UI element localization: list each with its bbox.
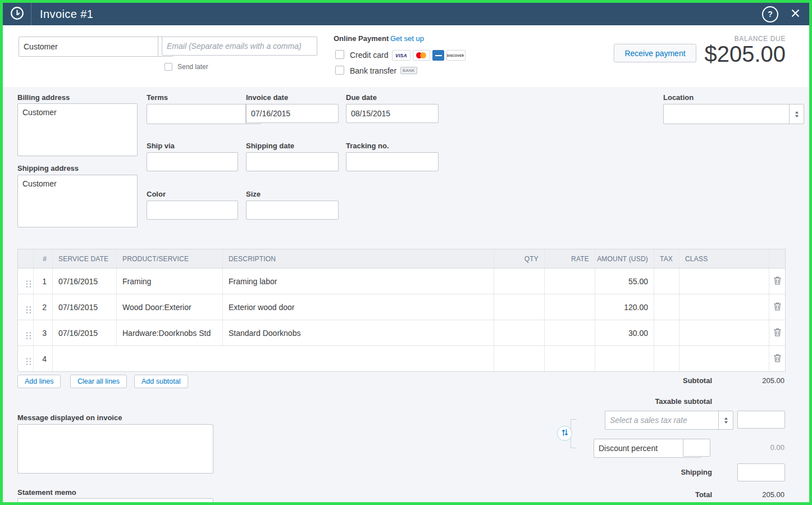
shipping-date-label: Shipping date	[246, 142, 294, 150]
drag-handle[interactable]	[18, 294, 34, 320]
product-cell[interactable]: Hardware:Doorknobs Std	[117, 320, 223, 345]
header-class: CLASS	[679, 249, 769, 268]
question-mark-icon: ?	[768, 10, 773, 19]
quickbooks-logo-icon	[10, 6, 25, 23]
tax-cell[interactable]	[654, 320, 679, 345]
invoice-date-input[interactable]	[246, 104, 339, 123]
drag-handle[interactable]	[18, 320, 34, 345]
qty-cell[interactable]	[494, 346, 545, 371]
balance-due-amount: $205.00	[617, 42, 786, 67]
description-cell[interactable]: Standard Doorknobs	[223, 320, 494, 345]
invoice-message-label: Message displayed on invoice	[17, 413, 122, 422]
sales-tax-placeholder: Select a sales tax rate	[610, 416, 687, 425]
delete-line-button[interactable]	[769, 346, 785, 371]
drag-dots-icon	[26, 332, 28, 334]
tax-cell[interactable]	[654, 346, 679, 371]
add-lines-button[interactable]: Add lines	[17, 375, 61, 388]
amount-cell[interactable]: 120.00	[595, 294, 654, 320]
service-date-cell[interactable]: 07/16/2015	[53, 294, 117, 320]
clear-all-lines-button[interactable]: Clear all lines	[70, 375, 127, 388]
class-cell[interactable]	[679, 320, 769, 345]
drag-dots-icon	[26, 306, 28, 308]
swap-tax-discount-button[interactable]	[557, 426, 572, 441]
sales-tax-amount-input[interactable]	[737, 411, 785, 429]
qty-cell[interactable]	[494, 269, 545, 294]
bank-transfer-checkbox[interactable]	[335, 66, 344, 75]
trash-icon	[774, 328, 781, 338]
qty-cell[interactable]	[494, 294, 545, 320]
customer-select[interactable]: Customer	[19, 37, 173, 57]
delete-line-button[interactable]	[769, 269, 785, 294]
rate-cell[interactable]	[545, 320, 595, 345]
size-input[interactable]	[246, 201, 339, 220]
invoice-message-textarea[interactable]	[17, 424, 213, 474]
product-cell[interactable]: Wood Door:Exterior	[117, 294, 223, 320]
online-payment-label: Online Payment	[334, 34, 389, 43]
shipping-amount-input[interactable]	[737, 463, 785, 481]
product-cell[interactable]	[117, 346, 223, 371]
location-select[interactable]	[663, 104, 804, 124]
description-cell[interactable]: Exterior wood door	[223, 294, 494, 320]
class-cell[interactable]	[679, 294, 769, 320]
select-arrows-icon	[789, 104, 804, 124]
terms-select[interactable]	[147, 104, 261, 124]
drag-handle[interactable]	[18, 346, 34, 371]
sales-tax-select[interactable]: Select a sales tax rate	[605, 411, 733, 430]
statement-memo-textarea[interactable]	[17, 498, 213, 505]
product-cell[interactable]: Framing	[117, 269, 223, 294]
email-input[interactable]	[162, 37, 317, 56]
amount-cell[interactable]: 55.00	[595, 269, 654, 294]
description-cell[interactable]: Framing labor	[223, 269, 494, 294]
card-badges: VISA DISCOVER	[392, 50, 466, 61]
amount-cell[interactable]	[595, 346, 654, 371]
subtotal-value: 205.00	[717, 376, 784, 385]
total-label: Total	[600, 490, 712, 499]
bank-transfer-label: Bank transfer	[350, 66, 396, 75]
shipping-address-textarea[interactable]: Customer	[17, 175, 138, 228]
billing-address-textarea[interactable]: Customer	[17, 103, 138, 156]
amount-cell[interactable]: 30.00	[595, 320, 654, 345]
tracking-no-input[interactable]	[346, 152, 439, 171]
location-label: Location	[663, 93, 694, 102]
qty-cell[interactable]	[494, 320, 545, 345]
due-date-input[interactable]	[346, 104, 439, 123]
header-service-date: SERVICE DATE	[53, 249, 117, 268]
drag-handle[interactable]	[18, 269, 34, 294]
size-label: Size	[246, 190, 261, 198]
help-button[interactable]: ?	[762, 6, 778, 22]
service-date-cell[interactable]: 07/16/2015	[53, 320, 117, 345]
header-product-service: PRODUCT/SERVICE	[117, 249, 223, 268]
line-item-row: 2 07/16/2015 Wood Door:Exterior Exterior…	[18, 294, 785, 320]
customer-select-value: Customer	[24, 42, 58, 51]
ship-via-label: Ship via	[147, 142, 175, 150]
delete-line-button[interactable]	[769, 294, 785, 320]
row-number: 2	[34, 294, 53, 320]
delete-line-button[interactable]	[769, 320, 785, 345]
class-cell[interactable]	[679, 269, 769, 294]
rate-cell[interactable]	[545, 269, 595, 294]
rate-cell[interactable]	[545, 346, 595, 371]
close-button[interactable]	[791, 8, 800, 20]
line-item-row: 4	[18, 346, 785, 371]
shipping-date-input[interactable]	[246, 152, 339, 171]
amex-icon	[432, 50, 444, 61]
tax-cell[interactable]	[654, 294, 679, 320]
credit-card-checkbox[interactable]	[335, 50, 344, 59]
discount-amount: 0.00	[717, 443, 784, 452]
add-subtotal-button[interactable]: Add subtotal	[134, 375, 188, 388]
tax-cell[interactable]	[654, 269, 679, 294]
discount-value-input[interactable]	[683, 439, 710, 457]
visa-icon: VISA	[392, 50, 410, 61]
service-date-cell[interactable]	[53, 346, 117, 371]
color-label: Color	[147, 190, 166, 198]
service-date-cell[interactable]: 07/16/2015	[53, 269, 117, 294]
color-input[interactable]	[147, 201, 238, 220]
send-later-checkbox[interactable]	[165, 63, 172, 71]
class-cell[interactable]	[679, 346, 769, 371]
line-item-row: 1 07/16/2015 Framing Framing labor 55.00	[18, 269, 785, 294]
description-cell[interactable]	[223, 346, 494, 371]
trash-icon	[774, 302, 781, 312]
get-set-up-link[interactable]: Get set up	[390, 34, 424, 43]
rate-cell[interactable]	[545, 294, 595, 320]
ship-via-input[interactable]	[147, 152, 238, 171]
